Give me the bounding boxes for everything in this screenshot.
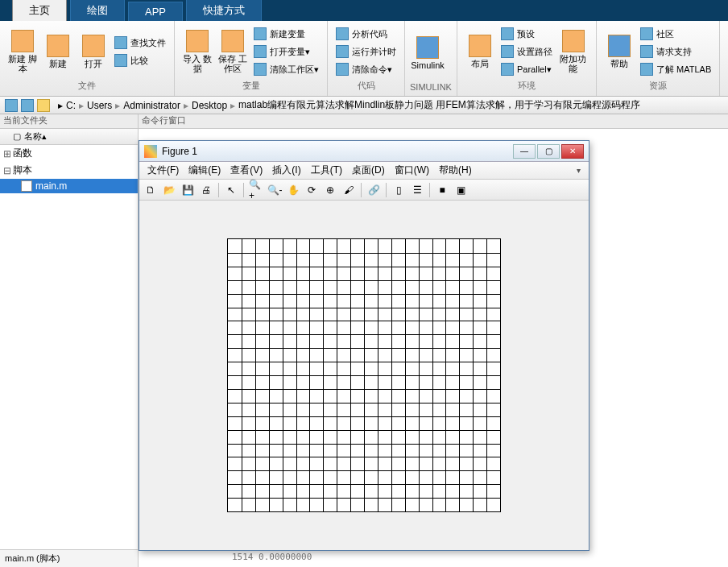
simulink-group-label: SIMULINK [410,81,452,93]
new-figure-icon[interactable]: 🗋 [143,182,159,198]
file-main-m[interactable]: main.m [0,179,138,193]
close-button[interactable]: ✕ [561,144,584,159]
tree-folder-scripts[interactable]: ⊟脚本 [0,162,138,179]
back-icon[interactable] [5,99,18,112]
pointer-icon[interactable]: ↖ [223,182,239,198]
open-variable-button[interactable]: 打开变量 ▾ [250,43,322,60]
figure-toolbar: 🗋 📂 💾 🖨 ↖ 🔍+ 🔍- ✋ ⟳ ⊕ 🖌 🔗 ▯ ☰ ■ ▣ [139,180,589,201]
forward-icon[interactable] [21,99,34,112]
help-button[interactable]: 帮助 [602,24,637,79]
tab-plots[interactable]: 绘图 [70,0,125,21]
eraser-icon [254,63,267,76]
data-cursor-icon[interactable]: ⊕ [322,182,338,198]
figure-titlebar[interactable]: Figure 1 — ▢ ✕ [139,141,589,162]
mfile-icon [21,180,32,192]
people-icon [640,27,653,40]
help-icon [608,35,631,57]
menu-tools[interactable]: 工具(T) [311,163,342,177]
save-workspace-button[interactable]: 保存 工作区 [215,24,250,79]
path-icon [501,45,514,58]
name-column-header[interactable]: ▢ 名称 ▴ [0,129,138,145]
analyze-icon [336,27,349,40]
menu-insert[interactable]: 插入(I) [272,163,300,177]
parallel-button[interactable]: Parallel ▾ [498,60,556,78]
learn-icon [640,63,653,76]
new-button[interactable]: 新建 [40,24,76,79]
matlab-logo-icon [144,145,157,158]
colorbar-icon[interactable]: ▯ [391,182,407,198]
gear-icon [501,27,514,40]
file-group-label: 文件 [5,79,169,93]
link-icon[interactable]: 🔗 [366,182,382,198]
zoom-in-icon[interactable]: 🔍+ [248,182,264,198]
show-tools-icon[interactable]: ▣ [453,182,469,198]
menu-file[interactable]: 文件(F) [147,163,179,177]
tab-apps[interactable]: APP [128,2,183,21]
find-files-button[interactable]: 查找文件 [111,34,169,52]
community-button[interactable]: 社区 [637,25,714,43]
compare-button[interactable]: 比较 [111,52,169,69]
main-tabs: 主页 绘图 APP 快捷方式 [0,0,728,21]
output-line: 1514 0.00000000 [232,552,312,562]
layout-icon [469,35,491,57]
legend-icon[interactable]: ☰ [409,182,425,198]
folder-open-icon [82,35,105,57]
hide-tools-icon[interactable]: ■ [434,182,450,198]
learn-matlab-button[interactable]: 了解 MATLAB [637,60,714,78]
clear-workspace-button[interactable]: 清除工作区 ▾ [250,60,322,78]
plot-axes[interactable] [139,201,589,550]
minimize-button[interactable]: — [513,144,536,159]
menu-window[interactable]: 窗口(W) [395,163,429,177]
current-folder-panel: ▢ 名称 ▴ ⊞函数 ⊟脚本 main.m main.m (脚本) [0,129,139,567]
ribbon-toolbar: 新建 脚本 新建 打开 查找文件 比较 文件 导入 数据 保存 工作区 新建变量… [0,21,728,97]
preferences-button[interactable]: 预设 [498,25,556,43]
open-figure-icon[interactable]: 📂 [161,182,177,198]
compare-icon [114,54,127,67]
current-folder-label: 当前文件夹 [0,114,139,128]
maximize-button[interactable]: ▢ [537,144,560,159]
import-data-button[interactable]: 导入 数据 [180,24,215,79]
up-icon[interactable] [37,99,50,112]
menu-desktop[interactable]: 桌面(D) [352,163,385,177]
import-icon [186,30,209,52]
pan-icon[interactable]: ✋ [285,182,301,198]
open-button[interactable]: 打开 [76,24,111,79]
code-group-label: 代码 [333,79,399,93]
tab-home[interactable]: 主页 [12,0,67,21]
simulink-button[interactable]: Simulink [410,24,445,81]
plus-icon [47,35,69,57]
parallel-icon [501,63,514,76]
command-window-label: 命令行窗口 [139,114,728,128]
tab-shortcuts[interactable]: 快捷方式 [186,0,262,21]
new-variable-button[interactable]: 新建变量 [250,25,322,43]
set-path-button[interactable]: 设置路径 [498,43,556,60]
print-icon[interactable]: 🖨 [198,182,214,198]
save-figure-icon[interactable]: 💾 [180,182,196,198]
var-new-icon [254,27,267,40]
layout-button[interactable]: 布局 [462,24,498,79]
tree-folder-functions[interactable]: ⊞函数 [0,145,138,162]
zoom-out-icon[interactable]: 🔍- [267,182,283,198]
figure-window[interactable]: Figure 1 — ▢ ✕ 文件(F) 编辑(E) 查看(V) 插入(I) 工… [139,140,589,551]
addon-icon [562,30,585,52]
var-open-icon [254,45,267,58]
simulink-icon [416,36,439,59]
menu-view[interactable]: 查看(V) [230,163,263,177]
brush-icon[interactable]: 🖌 [341,182,357,198]
menu-help[interactable]: 帮助(H) [439,163,472,177]
run-and-time-button[interactable]: 运行并计时 [333,43,399,60]
addons-button[interactable]: 附加功能 [556,24,591,79]
figure-menubar: 文件(F) 编辑(E) 查看(V) 插入(I) 工具(T) 桌面(D) 窗口(W… [139,162,589,180]
clear-commands-button[interactable]: 清除命令 ▾ [333,60,399,78]
analyze-code-button[interactable]: 分析代码 [333,25,399,43]
mesh-grid [227,238,501,512]
stopwatch-icon [336,45,349,58]
var-group-label: 变量 [180,79,322,93]
eraser-icon [336,63,349,76]
menu-edit[interactable]: 编辑(E) [188,163,221,177]
menu-overflow-icon[interactable]: ▾ [577,166,581,175]
breadcrumb[interactable]: ▸ C:▸ Users▸ Administrator▸ Desktop▸ mat… [56,98,642,112]
request-support-button[interactable]: 请求支持 [637,43,714,60]
new-script-button[interactable]: 新建 脚本 [5,24,40,79]
rotate-icon[interactable]: ⟳ [304,182,320,198]
